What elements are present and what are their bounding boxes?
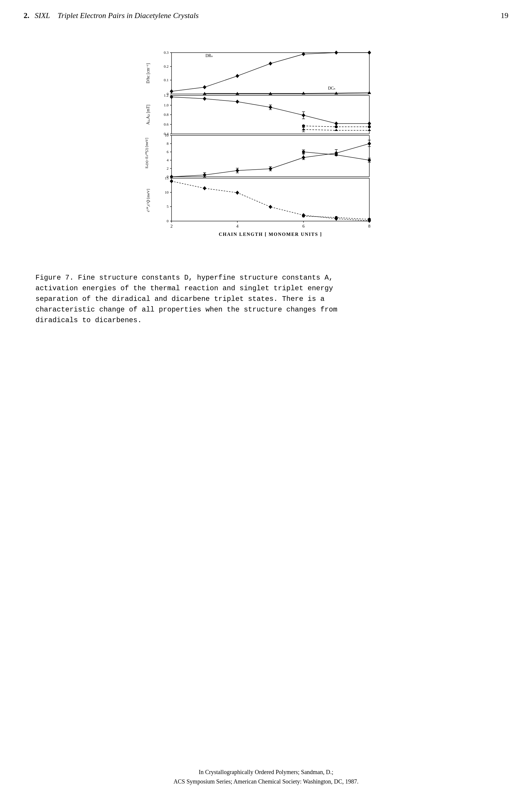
svg-marker-52 — [335, 122, 338, 126]
svg-text:4: 4 — [167, 158, 169, 162]
svg-text:A₁,A₂ [mT]: A₁,A₂ [mT] — [146, 105, 150, 125]
footer-line1: In Crystallographically Ordered Polymers… — [0, 767, 532, 777]
svg-marker-130 — [269, 205, 272, 209]
svg-marker-43 — [235, 99, 239, 104]
svg-text:εᴸᴹ,εᴸϘ [meV]: εᴸᴹ,εᴸϘ [meV] — [146, 189, 150, 212]
svg-marker-15 — [235, 74, 239, 78]
svg-text:8: 8 — [167, 141, 169, 146]
svg-marker-47 — [269, 105, 272, 109]
author-name: SIXL — [35, 11, 50, 20]
svg-marker-23 — [302, 92, 305, 95]
svg-text:1.0: 1.0 — [164, 103, 169, 107]
svg-text:6: 6 — [302, 224, 305, 229]
page-header: 2.SIXL Triplet Electron Pairs in Diacety… — [0, 0, 532, 20]
svg-text:10: 10 — [165, 133, 169, 138]
chapter-number: 2. — [24, 11, 30, 20]
svg-text:6: 6 — [167, 149, 169, 154]
svg-text:0.8: 0.8 — [164, 112, 169, 117]
svg-marker-61 — [335, 129, 338, 131]
chapter-title: Triplet Electron Pairs in Diacetylene Cr… — [58, 11, 199, 20]
svg-marker-129 — [235, 191, 239, 195]
svg-marker-62 — [367, 129, 371, 131]
svg-point-54 — [302, 124, 305, 127]
svg-text:8: 8 — [368, 224, 370, 229]
svg-marker-128 — [203, 186, 206, 191]
svg-marker-127 — [170, 179, 173, 183]
svg-text:2: 2 — [170, 224, 173, 229]
svg-point-135 — [335, 216, 338, 219]
svg-point-109 — [335, 153, 338, 156]
svg-text:0.1: 0.1 — [164, 78, 169, 82]
figure-7-svg: 0 0.1 0.2 0.3 D/hc [cm⁻¹] DRₙ DCₙ — [139, 47, 393, 259]
svg-marker-18 — [335, 51, 338, 55]
drn-label: DRₙ — [206, 54, 213, 58]
chart-svg: 0 0.1 0.2 0.3 D/hc [cm⁻¹] DRₙ DCₙ — [139, 47, 393, 261]
svg-text:0.3: 0.3 — [164, 50, 169, 55]
svg-marker-16 — [269, 61, 272, 66]
svg-text:2: 2 — [167, 166, 169, 170]
footer-line2: ACS Symposium Series; American Chemical … — [0, 777, 532, 786]
svg-marker-42 — [203, 97, 206, 101]
page-footer: In Crystallographically Ordered Polymers… — [0, 767, 532, 786]
svg-text:4: 4 — [236, 224, 239, 229]
svg-text:Eₐ(n)−E₀ᵈᴿ(2) [meV]: Eₐ(n)−E₀ᵈᴿ(2) [meV] — [145, 138, 149, 168]
svg-text:1.2: 1.2 — [164, 93, 169, 97]
svg-text:0: 0 — [167, 219, 169, 223]
svg-point-55 — [335, 125, 338, 128]
svg-text:15: 15 — [165, 176, 169, 180]
svg-marker-13 — [170, 89, 173, 93]
figure-caption: Figure 7. Fine structure constants D, hy… — [35, 272, 360, 326]
svg-marker-53 — [367, 122, 371, 126]
header-left: 2.SIXL Triplet Electron Pairs in Diacety… — [24, 11, 199, 20]
svg-text:D/hc [cm⁻¹]: D/hc [cm⁻¹] — [146, 63, 150, 83]
svg-marker-14 — [203, 85, 206, 89]
svg-text:CHAIN LENGTH [ MONOMER UNITS ]: CHAIN LENGTH [ MONOMER UNITS ] — [219, 232, 322, 237]
svg-text:5: 5 — [167, 204, 169, 208]
page-number: 19 — [501, 11, 508, 20]
svg-point-136 — [368, 218, 371, 221]
chart-container: 0 0.1 0.2 0.3 D/hc [cm⁻¹] DRₙ DCₙ — [139, 47, 393, 261]
svg-point-56 — [368, 125, 371, 128]
svg-point-134 — [302, 215, 305, 218]
svg-text:10: 10 — [165, 190, 169, 195]
dcn-label: DCₙ — [328, 86, 335, 90]
svg-marker-19 — [367, 51, 371, 55]
page-content: 0 0.1 0.2 0.3 D/hc [cm⁻¹] DRₙ DCₙ — [0, 20, 532, 326]
svg-text:0.6: 0.6 — [164, 122, 169, 127]
svg-text:0.2: 0.2 — [164, 64, 169, 69]
